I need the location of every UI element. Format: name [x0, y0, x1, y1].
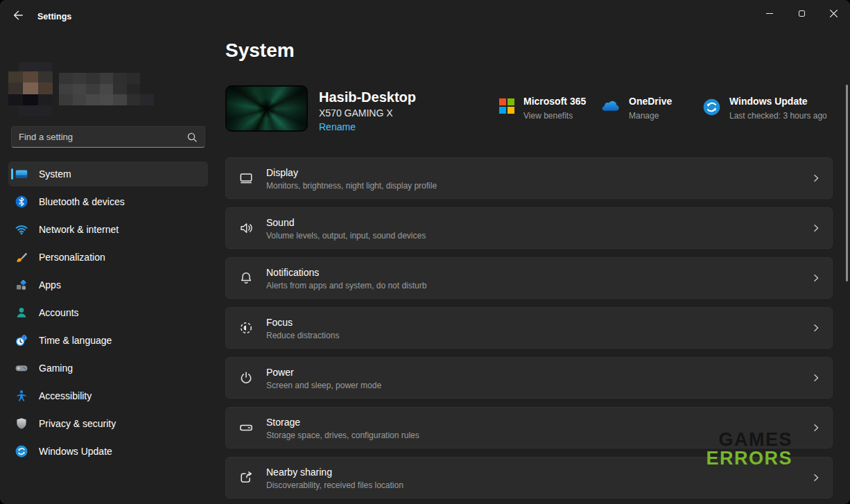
settings-row-power[interactable]: Power Screen and sleep, power mode [225, 357, 833, 399]
titlebar: Settings [0, 0, 850, 28]
minimize-button[interactable] [754, 0, 786, 26]
back-arrow-icon [12, 9, 24, 21]
sidebar-item-label: Network & internet [39, 224, 119, 235]
settings-row-nearby-sharing[interactable]: Nearby sharing Discoverability, received… [225, 457, 833, 498]
search-input[interactable] [19, 132, 187, 142]
controller-icon [15, 362, 28, 374]
sidebar-item-label: Accounts [39, 307, 79, 318]
windows-update-icon [15, 445, 28, 458]
sidebar-item-network-internet[interactable]: Network & internet [8, 217, 208, 242]
chevron-right-icon [811, 423, 821, 433]
sidebar-item-accessibility[interactable]: Accessibility [8, 383, 208, 408]
sound-icon [238, 220, 254, 236]
sidebar-item-system[interactable]: System [8, 162, 208, 186]
app-title: Settings [37, 12, 71, 21]
clock-globe-icon [15, 334, 28, 347]
bluetooth-icon [15, 195, 28, 208]
sidebar-item-label: System [39, 168, 71, 180]
row-subtitle: Screen and sleep, power mode [266, 381, 381, 390]
settings-row-notifications[interactable]: Notifications Alerts from apps and syste… [225, 257, 833, 299]
chevron-right-icon [811, 173, 821, 183]
sidebar-item-label: Apps [39, 279, 61, 290]
device-wallpaper-thumbnail [225, 85, 308, 132]
storage-drive-icon [238, 419, 254, 436]
status-microsoft-365[interactable]: Microsoft 365 View benefits [499, 96, 586, 121]
status-onedrive[interactable]: OneDrive Manage [599, 96, 672, 121]
settings-row-sound[interactable]: Sound Volume levels, output, input, soun… [225, 207, 833, 249]
last-checked-text: Last checked: 3 hours ago [729, 111, 827, 121]
settings-row-focus[interactable]: Focus Reduce distractions [225, 307, 833, 349]
accessibility-person-icon [15, 390, 28, 402]
sidebar-item-time-language[interactable]: Time & language [8, 328, 208, 353]
selected-indicator [11, 168, 13, 180]
close-button[interactable] [817, 0, 849, 26]
chevron-right-icon [811, 323, 821, 333]
settings-row-storage[interactable]: Storage Storage space, drives, configura… [225, 407, 833, 449]
sidebar-item-windows-update[interactable]: Windows Update [8, 439, 208, 464]
microsoft-logo-icon [499, 98, 514, 121]
sidebar-item-label: Windows Update [39, 446, 112, 457]
close-icon [829, 9, 838, 18]
shield-icon [15, 417, 28, 430]
person-icon [15, 306, 28, 319]
sidebar-item-label: Personalization [39, 252, 105, 263]
sidebar-item-label: Bluetooth & devices [39, 196, 125, 207]
row-title: Power [266, 366, 381, 379]
row-subtitle: Volume levels, output, input, sound devi… [266, 231, 426, 241]
sidebar-item-bluetooth-devices[interactable]: Bluetooth & devices [8, 189, 208, 214]
sidebar-item-gaming[interactable]: Gaming [8, 356, 208, 381]
status-windows-update[interactable]: Windows Update Last checked: 3 hours ago [703, 96, 827, 121]
power-icon [238, 370, 254, 386]
sidebar-item-apps[interactable]: Apps [8, 272, 208, 297]
sidebar-item-personalization[interactable]: Personalization [8, 245, 208, 270]
scrollbar[interactable] [846, 85, 848, 281]
chevron-right-icon [811, 373, 821, 383]
windows-update-status-icon [703, 98, 720, 121]
status-title: Windows Update [729, 96, 827, 107]
apps-icon [15, 279, 28, 291]
row-title: Nearby sharing [266, 466, 404, 478]
settings-row-display[interactable]: Display Monitors, brightness, night ligh… [225, 157, 833, 199]
brush-icon [15, 251, 28, 263]
sidebar-nav: System Bluetooth & devices [8, 162, 208, 467]
row-title: Sound [266, 216, 426, 229]
nearby-sharing-icon [238, 469, 254, 486]
sidebar-item-label: Privacy & security [39, 418, 116, 429]
row-title: Display [266, 166, 437, 179]
sidebar-item-label: Gaming [39, 363, 73, 374]
maximize-button[interactable] [786, 0, 817, 26]
search-icon[interactable] [187, 132, 198, 143]
row-subtitle: Reduce distractions [266, 331, 339, 340]
row-title: Storage [266, 416, 419, 428]
page-title: System [225, 40, 295, 62]
settings-window: Settings [0, 0, 850, 504]
status-title: OneDrive [629, 96, 672, 107]
sidebar-item-privacy-security[interactable]: Privacy & security [8, 411, 208, 436]
bell-icon [238, 270, 254, 286]
status-title: Microsoft 365 [523, 96, 586, 107]
chevron-right-icon [811, 473, 821, 483]
sidebar-item-label: Time & language [39, 335, 112, 346]
manage-link[interactable]: Manage [629, 111, 672, 121]
avatar-pixelated [8, 71, 53, 105]
device-model: X570 GAMING X [319, 107, 393, 119]
sidebar-item-label: Accessibility [39, 390, 92, 401]
row-subtitle: Discoverability, received files location [266, 480, 404, 490]
back-button[interactable] [7, 6, 29, 24]
sidebar: System Bluetooth & devices [0, 28, 216, 504]
onedrive-cloud-icon [599, 98, 620, 121]
system-icon [15, 168, 28, 180]
maximize-icon [799, 10, 805, 17]
row-title: Notifications [266, 266, 426, 279]
device-name: Hasib-Desktop [319, 89, 416, 105]
avatar [19, 62, 52, 71]
row-subtitle: Monitors, brightness, night light, displ… [266, 181, 437, 191]
view-benefits-link[interactable]: View benefits [523, 111, 586, 121]
sidebar-item-accounts[interactable]: Accounts [8, 300, 208, 325]
wifi-icon [15, 223, 28, 236]
focus-icon [238, 320, 254, 336]
row-subtitle: Alerts from apps and system, do not dist… [266, 281, 426, 290]
rename-link[interactable]: Rename [319, 121, 356, 132]
chevron-right-icon [811, 273, 821, 283]
avatar [19, 105, 52, 116]
